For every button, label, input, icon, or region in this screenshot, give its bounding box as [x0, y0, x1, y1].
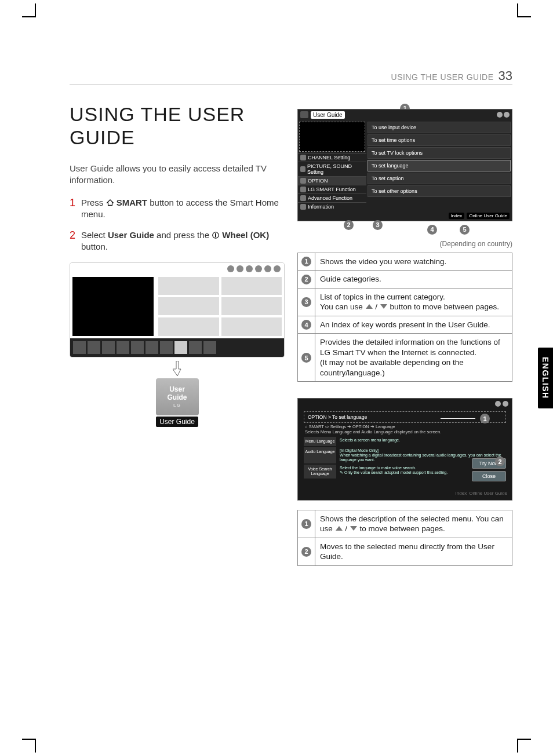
online-guide-button: Online User Guide — [467, 213, 510, 219]
smart-icon — [300, 187, 306, 192]
book-icon — [300, 111, 308, 118]
desc-row: Moves to the selected menu directly from… — [315, 538, 512, 565]
screenshot-title: User Guide — [311, 111, 345, 119]
step-number: 2 — [70, 229, 75, 253]
index-button: Index — [449, 213, 465, 219]
callout-table-2: 1 Shows the description of the selected … — [297, 510, 512, 566]
page-number: 33 — [499, 68, 512, 83]
back-icon — [495, 401, 501, 407]
depending-caption: (Depending on country) — [297, 240, 512, 248]
svg-rect-1 — [215, 233, 216, 238]
step-2: 2 Select User Guide and press the Wheel … — [70, 229, 285, 253]
up-arrow-icon — [365, 304, 373, 309]
callouts-row: 2 3 4 5 — [297, 220, 512, 239]
step-text: Select User Guide and press the Wheel (O… — [81, 229, 285, 253]
callout-4: 4 — [427, 225, 437, 235]
list-item: To set time options — [368, 134, 511, 146]
arrow-down-icon — [173, 361, 182, 376]
desc-row: Shows the description of the selected me… — [315, 510, 512, 538]
down-arrow-icon — [350, 525, 358, 531]
desc-row: List of topics in the current category. … — [315, 288, 512, 316]
list-item: To use input device — [368, 122, 511, 133]
page-title: USING THE USER GUIDE — [70, 103, 285, 149]
header-title: USING THE USER GUIDE — [391, 72, 494, 82]
online-guide-button: Online User Guide — [469, 491, 507, 496]
callout-2: 2 — [344, 220, 354, 230]
live-tv-thumbnail — [72, 277, 154, 336]
wheel-icon — [212, 231, 220, 239]
running-header: USING THE USER GUIDE 33 — [70, 68, 512, 85]
desc-row: Provides the detailed information on the… — [315, 334, 512, 382]
list-item: To set other options — [368, 185, 511, 197]
steps-list: 1 Press SMART button to access the Smart… — [70, 197, 285, 253]
back-icon — [497, 112, 503, 118]
close-icon — [503, 401, 508, 407]
home-icon — [106, 199, 114, 207]
lg-logo: LG — [173, 403, 181, 408]
home-icon: ⌂ — [305, 424, 309, 429]
step-number: 1 — [70, 197, 75, 221]
step-1: 1 Press SMART button to access the Smart… — [70, 197, 285, 221]
breadcrumb: OPTION > To set language — [304, 411, 506, 423]
channel-icon — [300, 155, 306, 160]
advanced-icon — [300, 195, 306, 201]
topic-list: To use input device To set time options … — [366, 120, 512, 211]
user-guide-dock-item — [174, 341, 187, 354]
desc-row: Guide categories. — [315, 271, 512, 288]
index-button: Index — [456, 491, 467, 496]
close-icon — [504, 112, 510, 118]
up-arrow-icon — [335, 525, 343, 531]
list-item: To set TV lock options — [368, 147, 511, 159]
gear-icon — [300, 178, 306, 184]
desc-row: An index of key words present in the Use… — [315, 316, 512, 334]
smart-home-screenshot — [70, 262, 285, 357]
intro-text: User Guide allows you to easily access d… — [70, 163, 285, 187]
info-icon — [300, 204, 306, 210]
language-tab: ENGLISH — [538, 348, 553, 408]
language-option-screenshot: OPTION > To set language 1 ⌂ SMART ⇨ Set… — [297, 398, 512, 500]
down-arrow-icon — [380, 304, 388, 309]
left-column: USING THE USER GUIDE User Guide allows y… — [70, 103, 285, 566]
callout-3: 3 — [373, 220, 383, 230]
user-guide-app-card: User Guide LG User Guide — [70, 378, 285, 427]
step-text: Press SMART button to access the Smart H… — [81, 197, 285, 221]
callout-table-1: 1Shows the video you were watching. 2Gui… — [297, 253, 512, 382]
category-sidebar: CHANNEL Setting PICTURE, SOUND Setting O… — [298, 120, 366, 211]
callout-5: 5 — [460, 225, 470, 235]
app-card-label: User Guide — [156, 417, 198, 427]
right-column: 1 User Guide CHANNEL Setting PICTURE, SO… — [297, 103, 512, 566]
video-thumbnail — [299, 122, 365, 152]
list-item: To set caption — [368, 173, 511, 184]
page: USING THE USER GUIDE 33 USING THE USER G… — [0, 0, 553, 566]
list-item-selected: To set language — [368, 160, 511, 171]
desc-row: Shows the video you were watching. — [315, 253, 512, 271]
user-guide-screenshot: User Guide CHANNEL Setting PICTURE, SOUN… — [297, 109, 512, 221]
picture-icon — [300, 166, 305, 172]
close-button: Close — [472, 471, 506, 481]
